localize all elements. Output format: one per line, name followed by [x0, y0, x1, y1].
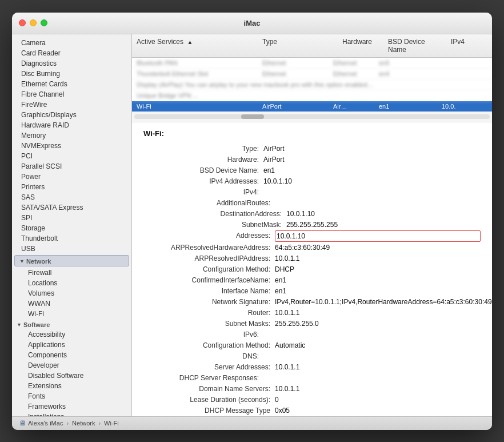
detail-row-net-sig: Network Signature: IPv4,Router=10.0.1.1;… — [143, 297, 481, 307]
main-window: iMac Camera Card Reader Diagnostics Disc… — [12, 13, 492, 430]
minimize-button[interactable] — [30, 19, 37, 26]
sidebar-item-firewall[interactable]: Firewall — [12, 268, 131, 278]
sidebar-item-applications[interactable]: Applications — [12, 340, 131, 350]
detail-row-type: Type: AirPort — [143, 144, 481, 154]
detail-row-hardware: Hardware: AirPort — [143, 154, 481, 165]
horizontal-scrollbar[interactable] — [134, 114, 490, 119]
detail-row-ipv6-config: Configuration Method: Automatic — [143, 340, 481, 351]
detail-row-dest-addr: DestinationAddress: 10.0.1.10 — [143, 209, 481, 219]
sidebar-item-spi[interactable]: SPI — [12, 213, 131, 223]
detail-row-server-addr: Server Addresses: 10.0.1.1 — [143, 362, 481, 372]
sidebar-item-printers[interactable]: Printers — [12, 182, 131, 192]
detail-row-confirmed-iface: ConfirmedInterfaceName: en1 — [143, 275, 481, 285]
sidebar-item-accessibility[interactable]: Accessibility — [12, 329, 131, 340]
breadcrumb-root: Alexa's iMac — [28, 420, 63, 427]
sidebar-item-fibre-channel[interactable]: Fibre Channel — [12, 89, 131, 99]
detail-row-iface-name: Interface Name: en1 — [143, 286, 481, 296]
table-rows: Bluetooth PAN Ethernet Ethernet en5 Thun… — [132, 58, 492, 112]
network-section-label: Network — [26, 258, 51, 265]
detail-panel: Wi-Fi: Type: AirPort Hardware: AirPort B… — [132, 122, 492, 416]
detail-row-config-method: Configuration Method: DHCP — [143, 264, 481, 274]
sidebar-item-wifi-nav[interactable]: Wi-Fi — [12, 309, 131, 319]
sidebar-item-hardware-raid[interactable]: Hardware RAID — [12, 120, 131, 130]
table-row[interactable]: Display (AirPlay) You can airplay to you… — [132, 79, 492, 90]
detail-row-lease: Lease Duration (seconds): 0 — [143, 395, 481, 405]
computer-icon: 🖥 — [19, 419, 26, 427]
sidebar-item-memory[interactable]: Memory — [12, 130, 131, 141]
triangle-icon: ▼ — [19, 258, 25, 264]
close-button[interactable] — [19, 19, 26, 26]
sidebar-item-extensions[interactable]: Extensions — [12, 381, 131, 391]
col-header-type[interactable]: Type — [258, 37, 338, 55]
main-panel: Active Services ▲ Type Hardware BSD Devi… — [132, 34, 492, 416]
sidebar-item-developer[interactable]: Developer — [12, 360, 131, 371]
sidebar-item-disc-burning[interactable]: Disc Burning — [12, 69, 131, 79]
detail-row-arp-ip: ARPResolvedIPAddress: 10.0.1.1 — [143, 253, 481, 264]
sidebar-item-nvmexpress[interactable]: NVMExpress — [12, 141, 131, 151]
detail-row-ipv4-section: IPv4: — [143, 187, 481, 197]
col-header-service[interactable]: Active Services ▲ — [132, 37, 258, 55]
detail-row-arp-hw: ARPResolvedHardwareAddress: 64:a5:c3:60:… — [143, 242, 481, 253]
sidebar-item-volumes[interactable]: Volumes — [12, 288, 131, 298]
titlebar: iMac — [12, 13, 492, 34]
scrollbar-thumb[interactable] — [241, 114, 264, 119]
sidebar-item-parallel-scsi[interactable]: Parallel SCSI — [12, 161, 131, 172]
col-header-hardware[interactable]: Hardware — [338, 37, 383, 55]
table-header: Active Services ▲ Type Hardware BSD Devi… — [132, 34, 492, 58]
detail-row-dhcp-section: DHCP Server Responses: — [143, 373, 481, 383]
sidebar-item-diagnostics[interactable]: Diagnostics — [12, 58, 131, 69]
sidebar-item-storage[interactable]: Storage — [12, 223, 131, 233]
detail-row-bsd: BSD Device Name: en1 — [143, 165, 481, 176]
sidebar-item-card-reader[interactable]: Card Reader — [12, 48, 131, 58]
detail-row-subnetmask1: SubnetMask: 255.255.255.255 — [143, 220, 481, 230]
sidebar-item-disabled-software[interactable]: Disabled Software — [12, 371, 131, 381]
sidebar-item-pci[interactable]: PCI — [12, 151, 131, 161]
detail-row-dns-section: DNS: — [143, 351, 481, 361]
triangle-icon-software: ▼ — [17, 322, 22, 328]
sidebar-item-fonts[interactable]: Fonts — [12, 391, 131, 401]
detail-title: Wi-Fi: — [143, 129, 481, 138]
table-row[interactable]: Bluetooth PAN Ethernet Ethernet en5 — [132, 58, 492, 69]
sidebar-item-usb[interactable]: USB — [12, 244, 131, 254]
detail-row-dhcp-msg-type: DHCP Message Type 0x05 — [143, 405, 481, 416]
statusbar: 🖥 Alexa's iMac › Network › Wi-Fi — [12, 416, 492, 430]
sidebar: Camera Card Reader Diagnostics Disc Burn… — [12, 34, 132, 416]
table-row[interactable]: Thunderbolt Ethernet Slot Ethernet Ether… — [132, 69, 492, 79]
col-header-ipv4[interactable]: IPv4 — [446, 37, 492, 55]
content-area: Camera Card Reader Diagnostics Disc Burn… — [12, 34, 492, 416]
detail-row-ipv6-section: IPv6: — [143, 329, 481, 340]
sidebar-item-installations[interactable]: Installations — [12, 412, 131, 416]
sidebar-item-power[interactable]: Power — [12, 172, 131, 182]
detail-row-addresses: Addresses: 10.0.1.10 — [143, 230, 481, 242]
sidebar-item-camera[interactable]: Camera — [12, 38, 131, 48]
traffic-lights — [19, 19, 47, 26]
software-section-label: Software — [23, 321, 50, 328]
sidebar-item-ethernet-cards[interactable]: Ethernet Cards — [12, 79, 131, 89]
sidebar-item-graphics-displays[interactable]: Graphics/Displays — [12, 110, 131, 120]
sidebar-section-software[interactable]: ▼ Software — [12, 319, 131, 329]
wifi-row[interactable]: Wi-Fi AirPort AirPort en1 10.0. — [132, 101, 492, 112]
sidebar-section-network[interactable]: ▼ Network — [14, 255, 129, 266]
sidebar-item-sas[interactable]: SAS — [12, 192, 131, 202]
breadcrumb-network: Network — [72, 420, 95, 427]
sidebar-item-components[interactable]: Components — [12, 350, 131, 360]
sidebar-item-sata-express[interactable]: SATA/SATA Express — [12, 202, 131, 213]
sidebar-item-locations[interactable]: Locations — [12, 278, 131, 288]
detail-row-additional-routes: AdditionalRoutes: — [143, 198, 481, 208]
table-row[interactable]: Unique Bridge VPN ... — [132, 90, 492, 101]
sidebar-item-firewire[interactable]: FireWire — [12, 99, 131, 110]
maximize-button[interactable] — [41, 19, 47, 26]
detail-row-subnet-masks: Subnet Masks: 255.255.255.0 — [143, 318, 481, 329]
detail-row-router: Router: 10.0.1.1 — [143, 308, 481, 318]
sidebar-item-thunderbolt[interactable]: Thunderbolt — [12, 233, 131, 244]
window-title: iMac — [244, 19, 261, 27]
scrollbar-area — [132, 112, 492, 122]
breadcrumb-wifi: Wi-Fi — [104, 420, 119, 427]
sidebar-item-frameworks[interactable]: Frameworks — [12, 401, 131, 412]
detail-row-ipv4-addr: IPv4 Addresses: 10.0.1.10 — [143, 176, 481, 186]
sidebar-item-wwan[interactable]: WWAN — [12, 298, 131, 309]
detail-row-dns-servers: Domain Name Servers: 10.0.1.1 — [143, 384, 481, 394]
col-header-bsd[interactable]: BSD Device Name — [383, 37, 446, 55]
